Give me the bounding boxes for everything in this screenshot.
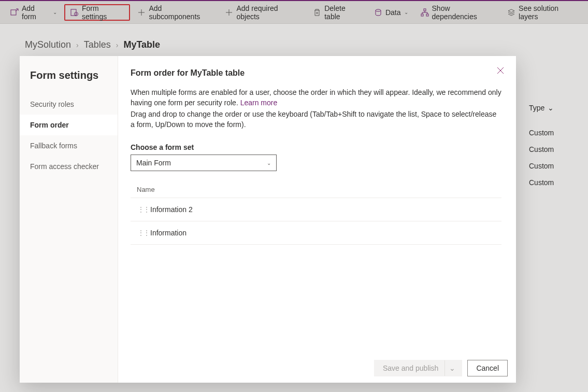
- nav-item-form-order[interactable]: Form order: [20, 115, 118, 135]
- learn-more-link[interactable]: Learn more: [240, 99, 278, 107]
- chevron-down-icon: ⌄: [267, 160, 271, 166]
- form-settings-dialog: Form settings Security roles Form order …: [20, 56, 516, 383]
- form-order-item[interactable]: ⋮⋮ Information 2: [131, 198, 501, 221]
- form-set-select[interactable]: Main Form ⌄: [131, 155, 277, 171]
- dialog-heading: Form order for MyTable table: [131, 68, 501, 78]
- cancel-button[interactable]: Cancel: [467, 360, 508, 376]
- form-set-label: Choose a form set: [131, 143, 501, 151]
- dialog-description-1: When multiple forms are enabled for a us…: [131, 87, 501, 108]
- form-set-value: Main Form: [136, 159, 171, 167]
- dialog-body: Form order for MyTable table When multip…: [118, 56, 516, 354]
- dialog-left-nav: Form settings Security roles Form order …: [20, 56, 118, 383]
- nav-item-security-roles[interactable]: Security roles: [20, 94, 118, 115]
- drag-handle-icon[interactable]: ⋮⋮: [138, 229, 144, 236]
- dialog-content: Form order for MyTable table When multip…: [118, 56, 516, 383]
- save-and-publish-button: Save and publish ⌄: [374, 360, 462, 376]
- save-split-chevron: ⌄: [444, 360, 460, 376]
- dialog-description-2: Drag and drop to change the order or use…: [131, 109, 501, 130]
- nav-item-form-access-checker[interactable]: Form access checker: [20, 156, 118, 177]
- drag-handle-icon[interactable]: ⋮⋮: [138, 206, 144, 213]
- dialog-nav-title: Form settings: [20, 65, 118, 94]
- nav-item-fallback-forms[interactable]: Fallback forms: [20, 135, 118, 156]
- dialog-footer: Save and publish ⌄ Cancel: [118, 354, 516, 383]
- save-label: Save and publish: [383, 364, 438, 372]
- close-icon: [497, 67, 504, 74]
- chevron-down-icon: ⌄: [449, 364, 455, 372]
- form-name: Information: [150, 229, 187, 237]
- list-header-name: Name: [131, 181, 501, 198]
- form-order-item[interactable]: ⋮⋮ Information: [131, 221, 501, 245]
- close-button[interactable]: [492, 62, 509, 79]
- form-name: Information 2: [150, 205, 193, 214]
- cancel-label: Cancel: [476, 364, 499, 372]
